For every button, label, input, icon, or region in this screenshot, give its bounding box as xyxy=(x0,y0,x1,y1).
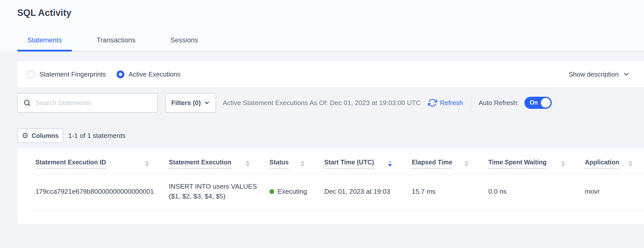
column-header-statement-execution-id[interactable]: Statement Execution ID xyxy=(27,148,161,174)
cell-status: Executing xyxy=(261,174,316,210)
tab-statements[interactable]: Statements xyxy=(17,36,72,51)
sort-icon[interactable] xyxy=(301,161,305,167)
as-of-timestamp: Active Statement Executions As Of: Dec 0… xyxy=(223,99,421,107)
tab-bar: Statements Transactions Sessions xyxy=(17,36,644,51)
radio-active-executions-label: Active Executions xyxy=(129,70,180,78)
refresh-button-label: Refresh xyxy=(440,99,463,107)
sort-icon[interactable] xyxy=(145,161,149,167)
sort-icon-descending-active[interactable] xyxy=(388,161,392,167)
auto-refresh-label: Auto Refresh: xyxy=(479,99,519,107)
cell-execution-id: 179cca7921e679b80000000000000001 xyxy=(27,174,161,210)
table-header-row: Statement Execution ID Statement Executi… xyxy=(27,148,644,174)
search-input[interactable] xyxy=(35,99,152,107)
tab-sessions[interactable]: Sessions xyxy=(160,36,208,51)
cell-start-time: Dec 01, 2023 at 19:03 xyxy=(316,174,404,210)
gear-icon: ⚙ xyxy=(22,132,29,139)
radio-statement-fingerprints-label: Statement Fingerprints xyxy=(39,70,106,78)
page-header: SQL Activity Statements Transactions Ses… xyxy=(0,0,644,51)
view-mode-card: Statement Fingerprints Active Executions… xyxy=(17,61,644,87)
radio-selected-icon[interactable] xyxy=(117,70,124,78)
page-content: Statement Fingerprints Active Executions… xyxy=(0,61,644,224)
status-executing-dot-icon xyxy=(269,189,274,194)
chevron-down-icon xyxy=(204,100,210,106)
show-description-label: Show description xyxy=(569,70,619,78)
result-count: 1-1 of 1 statements xyxy=(68,132,126,140)
columns-button-label: Columns xyxy=(32,132,59,139)
column-header-time-spent-waiting[interactable]: Time Spent Waiting xyxy=(480,148,577,174)
active-tab-underline xyxy=(17,50,72,52)
sort-icon[interactable] xyxy=(628,161,632,167)
controls-row: Filters (0) Active Statement Executions … xyxy=(17,93,644,113)
auto-refresh-control: Auto Refresh: On xyxy=(479,97,552,109)
column-header-start-time[interactable]: Start Time (UTC) xyxy=(316,148,404,174)
statements-table: Statement Execution ID Statement Executi… xyxy=(27,148,644,210)
radio-unselected-icon[interactable] xyxy=(27,70,35,78)
auto-refresh-state: On xyxy=(530,99,538,106)
tab-sessions-label: Sessions xyxy=(170,36,198,44)
show-description-toggle[interactable]: Show description xyxy=(569,70,630,78)
sort-icon[interactable] xyxy=(465,161,469,167)
toggle-knob xyxy=(541,98,550,108)
statements-table-card: Statement Execution ID Statement Executi… xyxy=(17,148,644,224)
page-title: SQL Activity xyxy=(17,8,644,18)
statement-text[interactable]: INSERT INTO users VALUES ($1, $2, $3, $4… xyxy=(169,182,258,201)
columns-button[interactable]: ⚙ Columns xyxy=(17,128,63,143)
view-mode-radio-group: Statement Fingerprints Active Executions xyxy=(27,70,191,78)
refresh-icon xyxy=(428,98,437,107)
auto-refresh-toggle[interactable]: On xyxy=(524,97,552,109)
sort-icon[interactable] xyxy=(246,161,250,167)
refresh-button[interactable]: Refresh xyxy=(428,98,463,107)
sort-icon[interactable] xyxy=(561,161,565,167)
column-header-status[interactable]: Status xyxy=(261,148,316,174)
filters-button[interactable]: Filters (0) xyxy=(165,93,216,113)
column-header-application[interactable]: Application xyxy=(577,148,644,174)
cell-statement[interactable]: INSERT INTO users VALUES ($1, $2, $3, $4… xyxy=(161,174,261,210)
tab-transactions[interactable]: Transactions xyxy=(87,36,146,51)
chevron-down-icon xyxy=(623,71,630,78)
status-label: Executing xyxy=(278,188,307,195)
cell-time-spent-waiting: 0.0 ns xyxy=(480,174,577,210)
results-toolbar: ⚙ Columns 1-1 of 1 statements xyxy=(17,128,644,143)
search-icon xyxy=(23,99,31,107)
radio-statement-fingerprints[interactable]: Statement Fingerprints xyxy=(27,70,106,78)
radio-active-executions[interactable]: Active Executions xyxy=(117,70,180,78)
search-box[interactable] xyxy=(17,93,158,113)
cell-elapsed-time: 15.7 ms xyxy=(404,174,480,210)
vertical-divider xyxy=(471,95,471,111)
tab-statements-label: Statements xyxy=(27,36,62,44)
filters-button-label: Filters (0) xyxy=(171,99,201,107)
table-row: 179cca7921e679b80000000000000001 INSERT … xyxy=(27,174,644,210)
cell-application: movr xyxy=(577,174,644,210)
column-header-statement-execution[interactable]: Statement Execution xyxy=(161,148,261,174)
tab-transactions-label: Transactions xyxy=(97,36,136,44)
column-header-elapsed-time[interactable]: Elapsed Time xyxy=(404,148,480,174)
